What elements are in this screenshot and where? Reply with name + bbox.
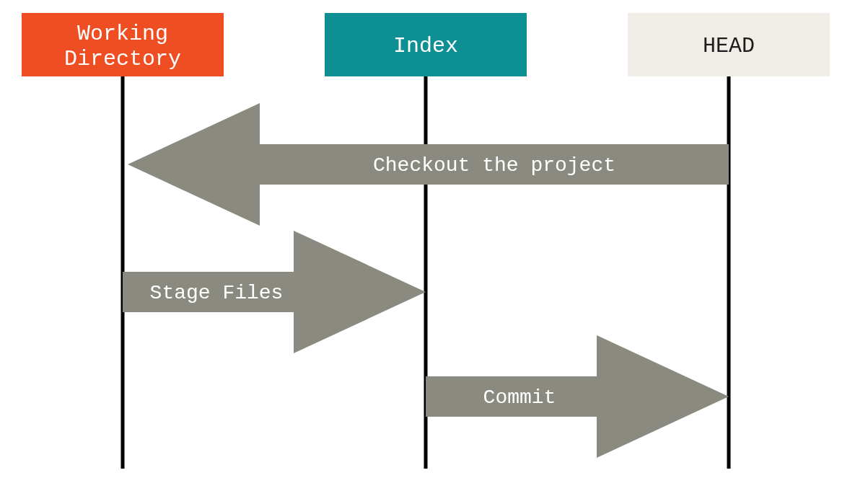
label-checkout: Checkout the project <box>373 154 615 177</box>
label-commit: Commit <box>483 386 556 409</box>
label-index: Index <box>393 34 458 58</box>
label-working-directory-2: Directory <box>64 47 181 71</box>
arrow-stage: Stage Files <box>123 231 426 353</box>
label-working-directory-1: Working <box>77 22 168 46</box>
box-head: HEAD <box>628 13 830 76</box>
box-index: Index <box>325 13 527 76</box>
box-working-directory: Working Directory <box>22 13 224 76</box>
svg-marker-5 <box>426 335 729 458</box>
label-head: HEAD <box>703 34 755 58</box>
arrow-commit: Commit <box>426 335 729 458</box>
arrow-checkout: Checkout the project <box>128 103 729 226</box>
git-three-trees-diagram: Working Directory Index HEAD Checkout th… <box>0 0 868 478</box>
label-stage: Stage Files <box>150 282 284 304</box>
